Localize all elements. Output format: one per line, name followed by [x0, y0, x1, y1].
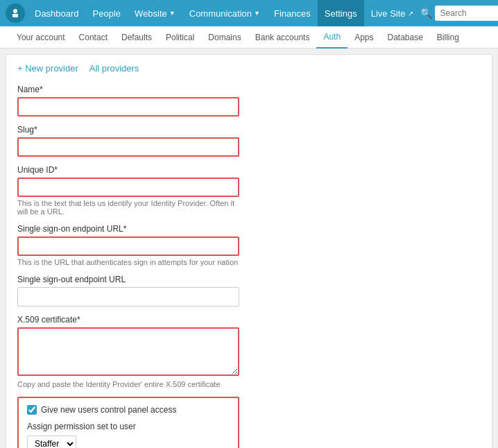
main-content: + New provider All providers Name* Slug*… — [6, 54, 492, 448]
provider-links: + New provider All providers — [17, 63, 481, 74]
cert-input[interactable] — [17, 327, 239, 376]
permissions-section: Give new users control panel access Assi… — [17, 397, 239, 448]
cert-field-group: X.509 certificate* Copy and paste the Id… — [17, 315, 481, 388]
subnav-domains[interactable]: Domains — [201, 26, 248, 49]
cert-label: X.509 certificate* — [17, 315, 481, 325]
sso-url-label: Single sign-on endpoint URL* — [17, 224, 481, 234]
subnav-bank-accounts[interactable]: Bank accounts — [248, 26, 317, 49]
control-panel-checkbox[interactable] — [27, 405, 37, 415]
sso-logout-input[interactable] — [17, 287, 239, 307]
nav-settings[interactable]: Settings — [318, 0, 364, 26]
cert-hint: Copy and paste the Identity Provider' en… — [17, 380, 239, 388]
permission-label: Assign permission set to user — [27, 422, 230, 431]
app-logo — [6, 3, 25, 23]
subnav-billing[interactable]: Billing — [430, 26, 466, 49]
subnav-defaults[interactable]: Defaults — [114, 26, 159, 49]
checkbox-row: Give new users control panel access — [27, 405, 230, 415]
search-input[interactable] — [435, 6, 498, 21]
unique-id-hint: This is the text that lets us identify y… — [17, 199, 239, 216]
nav-website[interactable]: Website ▼ — [128, 0, 182, 26]
nav-communication[interactable]: Communication ▼ — [182, 0, 267, 26]
unique-id-label: Unique ID* — [17, 165, 481, 175]
sso-url-input[interactable] — [17, 236, 239, 256]
subnav-auth[interactable]: Auth — [316, 26, 347, 49]
slug-input[interactable] — [17, 137, 239, 157]
slug-label: Slug* — [17, 125, 481, 135]
nav-finances[interactable]: Finances — [267, 0, 318, 26]
slug-field-group: Slug* — [17, 125, 481, 157]
subnav-your-account[interactable]: Your account — [10, 26, 72, 49]
nav-dashboard[interactable]: Dashboard — [28, 0, 86, 26]
top-navigation: Dashboard People Website ▼ Communication… — [0, 0, 498, 26]
unique-id-input[interactable] — [17, 178, 239, 197]
nav-people[interactable]: People — [86, 0, 128, 26]
all-providers-link[interactable]: All providers — [89, 63, 139, 74]
subnav-contact[interactable]: Contact — [72, 26, 114, 49]
name-input[interactable] — [17, 97, 239, 117]
sso-url-field-group: Single sign-on endpoint URL* This is the… — [17, 224, 481, 266]
new-provider-link[interactable]: + New provider — [17, 63, 78, 74]
nav-live-site[interactable]: Live Site ↗ — [364, 0, 420, 26]
search-icon: 🔍 — [420, 8, 432, 19]
website-dropdown-arrow: ▼ — [169, 10, 175, 17]
permission-select[interactable]: Staffer Admin Viewer — [27, 436, 76, 448]
live-site-icon: ↗ — [408, 10, 413, 17]
svg-point-0 — [13, 9, 17, 13]
control-panel-label: Give new users control panel access — [41, 405, 176, 415]
communication-dropdown-arrow: ▼ — [254, 10, 260, 17]
svg-rect-1 — [12, 14, 18, 17]
subnav-database[interactable]: Database — [380, 26, 429, 49]
name-label: Name* — [17, 85, 481, 94]
sso-logout-field-group: Single sign-out endpoint URL — [17, 275, 481, 307]
sso-logout-label: Single sign-out endpoint URL — [17, 275, 481, 284]
sso-url-hint: This is the URL that authenticates sign … — [17, 258, 239, 266]
name-field-group: Name* — [17, 85, 481, 117]
subnav-political[interactable]: Political — [159, 26, 201, 49]
subnav-apps[interactable]: Apps — [347, 26, 380, 49]
sub-navigation: Your account Contact Defaults Political … — [0, 26, 498, 49]
permission-select-row: Staffer Admin Viewer — [27, 436, 230, 448]
unique-id-field-group: Unique ID* This is the text that lets us… — [17, 165, 481, 216]
